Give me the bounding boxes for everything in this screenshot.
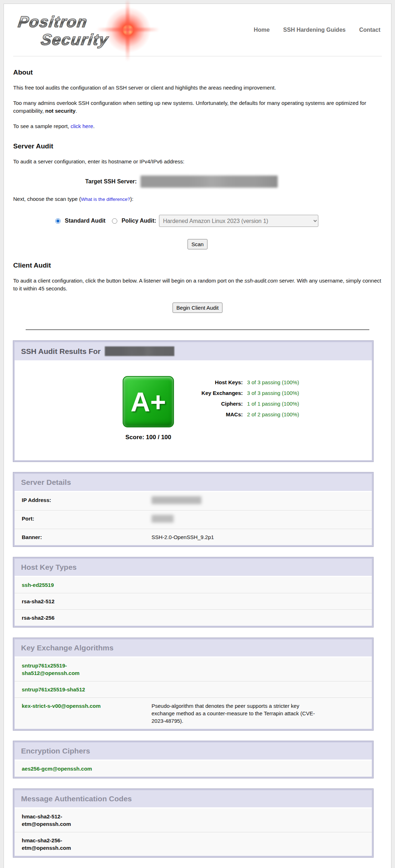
sample-report-period: . bbox=[93, 123, 94, 129]
target-server-input[interactable] bbox=[140, 176, 278, 188]
scan-type-text-after: ): bbox=[130, 196, 133, 202]
sample-report-link[interactable]: click here bbox=[71, 123, 93, 129]
about-title: About bbox=[13, 68, 382, 76]
banner-value: SSH-2.0-OpenSSH_9.2p1 bbox=[152, 533, 319, 541]
table-row: aes256-gcm@openssh.com bbox=[15, 761, 372, 777]
results-stats: Host Keys: 3 of 3 passing (100%) Key Exc… bbox=[190, 377, 299, 441]
ip-address-label: IP Address: bbox=[22, 496, 152, 506]
kex-note: Pseudo-algorithm that denotes the peer s… bbox=[152, 702, 319, 725]
macs-header: Message Authentication Codes bbox=[15, 790, 372, 807]
client-audit-paragraph: To audit a client configuration, click t… bbox=[13, 277, 382, 293]
host-key-types-panel: Host Key Types ssh-ed25519 rsa-sha2-512 … bbox=[13, 557, 373, 627]
client-audit-button-row: Begin Client Audit bbox=[13, 303, 382, 313]
target-server-label: Target SSH Server: bbox=[85, 178, 137, 184]
host-key-types-body: ssh-ed25519 rsa-sha2-512 rsa-sha2-256 bbox=[15, 576, 372, 626]
main-nav: Home SSH Hardening Guides Contact bbox=[254, 27, 382, 33]
begin-client-audit-button[interactable]: Begin Client Audit bbox=[173, 303, 222, 313]
starburst-icon bbox=[103, 5, 153, 55]
mac-name: hmac-sha2-256- etm@openssh.com bbox=[22, 837, 152, 852]
results-body: A+ Score: 100 / 100 Host Keys: 3 of 3 pa… bbox=[15, 360, 372, 460]
policy-select[interactable]: Hardened Amazon Linux 2023 (version 1) bbox=[159, 215, 318, 227]
server-details-panel: Server Details IP Address: Port: Banner:… bbox=[13, 472, 373, 547]
header-divider bbox=[13, 56, 382, 56]
target-server-row: Target SSH Server: bbox=[13, 176, 382, 188]
stat-row-ciphers: Ciphers: 1 of 1 passing (100%) bbox=[190, 398, 299, 409]
hostkey-name: rsa-sha2-512 bbox=[22, 598, 152, 605]
nav-ssh-hardening-guides[interactable]: SSH Hardening Guides bbox=[283, 27, 345, 33]
stat-value: 1 of 1 passing (100%) bbox=[247, 401, 299, 407]
cipher-name: aes256-gcm@openssh.com bbox=[22, 765, 152, 772]
table-row: IP Address: bbox=[15, 492, 372, 510]
about-p2-bold: not security bbox=[45, 108, 76, 114]
server-audit-intro: To audit a server configuration, enter i… bbox=[13, 158, 382, 166]
logo-word-positron: Positron bbox=[17, 13, 88, 31]
table-row: hmac-sha2-512- etm@openssh.com bbox=[15, 808, 372, 832]
policy-audit-radio[interactable] bbox=[112, 218, 117, 224]
table-row: rsa-sha2-256 bbox=[15, 609, 372, 626]
sample-report-paragraph: To see a sample report, click here. bbox=[13, 122, 382, 130]
ip-address-value-redacted bbox=[152, 496, 319, 506]
scan-button-row: Scan bbox=[13, 239, 382, 249]
stat-row-host-keys: Host Keys: 3 of 3 passing (100%) bbox=[190, 377, 299, 387]
section-divider bbox=[26, 329, 369, 330]
main-card: Positron Security Home SSH Hardening Gui… bbox=[4, 4, 391, 868]
macs-body: hmac-sha2-512- etm@openssh.com hmac-sha2… bbox=[15, 807, 372, 856]
server-audit-title: Server Audit bbox=[13, 142, 382, 150]
redacted-hostname bbox=[105, 346, 174, 356]
table-row: sntrup761x25519-sha512 bbox=[15, 681, 372, 697]
stat-label: MACs: bbox=[190, 411, 243, 417]
results-title: SSH Audit Results For bbox=[21, 347, 101, 356]
client-audit-text: To audit a client configuration, click t… bbox=[13, 278, 245, 284]
stat-label: Ciphers: bbox=[190, 401, 243, 407]
table-row: sntrup761x25519- sha512@openssh.com bbox=[15, 658, 372, 681]
grade-badge: A+ bbox=[123, 376, 174, 427]
stat-row-macs: MACs: 2 of 2 passing (100%) bbox=[190, 409, 299, 420]
about-paragraph-2: Too many admins overlook SSH configurati… bbox=[13, 99, 382, 115]
key-exchange-body: sntrup761x25519- sha512@openssh.com sntr… bbox=[15, 656, 372, 729]
table-row: Banner: SSH-2.0-OpenSSH_9.2p1 bbox=[15, 529, 372, 545]
scan-type-radio-row: Standard Audit Policy Audit: Hardened Am… bbox=[13, 215, 382, 227]
header: Positron Security Home SSH Hardening Gui… bbox=[13, 4, 382, 56]
mac-name: hmac-sha2-512- etm@openssh.com bbox=[22, 813, 152, 828]
key-exchange-panel: Key Exchange Algorithms sntrup761x25519-… bbox=[13, 638, 373, 730]
nav-home[interactable]: Home bbox=[254, 27, 270, 33]
sample-report-text: To see a sample report, bbox=[13, 123, 71, 129]
score-text: Score: 100 / 100 bbox=[122, 434, 175, 441]
kex-name: kex-strict-s-v00@openssh.com bbox=[22, 702, 152, 725]
stat-label: Key Exchanges: bbox=[190, 390, 243, 396]
grade-column: A+ Score: 100 / 100 bbox=[122, 376, 175, 441]
encryption-ciphers-header: Encryption Ciphers bbox=[15, 742, 372, 760]
server-details-header: Server Details bbox=[15, 474, 372, 491]
stat-value: 2 of 2 passing (100%) bbox=[247, 411, 299, 417]
table-row: Port: bbox=[15, 510, 372, 529]
stat-value: 3 of 3 passing (100%) bbox=[247, 379, 299, 385]
host-key-types-header: Host Key Types bbox=[15, 559, 372, 576]
table-row: rsa-sha2-512 bbox=[15, 593, 372, 609]
about-paragraph-1: This free tool audits the configuration … bbox=[13, 84, 382, 92]
nav-contact[interactable]: Contact bbox=[359, 27, 380, 33]
standard-audit-label[interactable]: Standard Audit bbox=[65, 218, 106, 224]
about-p2-period: . bbox=[76, 108, 77, 114]
client-audit-domain: ssh-audit.com bbox=[245, 278, 278, 284]
port-label: Port: bbox=[22, 515, 152, 524]
port-value-redacted bbox=[152, 515, 319, 524]
results-panel: SSH Audit Results For A+ Score: 100 / 10… bbox=[13, 341, 373, 462]
kex-name: sntrup761x25519-sha512 bbox=[22, 686, 152, 693]
table-row: hmac-sha2-256- etm@openssh.com bbox=[15, 832, 372, 856]
macs-panel: Message Authentication Codes hmac-sha2-5… bbox=[13, 789, 373, 857]
standard-audit-radio[interactable] bbox=[55, 218, 61, 224]
policy-audit-label[interactable]: Policy Audit: bbox=[122, 218, 156, 224]
logo-word-security: Security bbox=[40, 31, 110, 49]
stat-row-key-exchanges: Key Exchanges: 3 of 3 passing (100%) bbox=[190, 387, 299, 398]
banner-label: Banner: bbox=[22, 533, 152, 541]
positron-security-logo[interactable]: Positron Security bbox=[13, 9, 156, 51]
scan-type-difference-link[interactable]: What is the difference? bbox=[81, 197, 130, 202]
table-row: kex-strict-s-v00@openssh.com Pseudo-algo… bbox=[15, 697, 372, 729]
kex-name: sntrup761x25519- sha512@openssh.com bbox=[22, 662, 152, 677]
encryption-ciphers-body: aes256-gcm@openssh.com bbox=[15, 760, 372, 777]
stat-label: Host Keys: bbox=[190, 379, 243, 385]
server-details-body: IP Address: Port: Banner: SSH-2.0-OpenSS… bbox=[15, 491, 372, 545]
scan-button[interactable]: Scan bbox=[188, 239, 207, 249]
stat-value: 3 of 3 passing (100%) bbox=[247, 390, 299, 396]
table-row: ssh-ed25519 bbox=[15, 577, 372, 593]
